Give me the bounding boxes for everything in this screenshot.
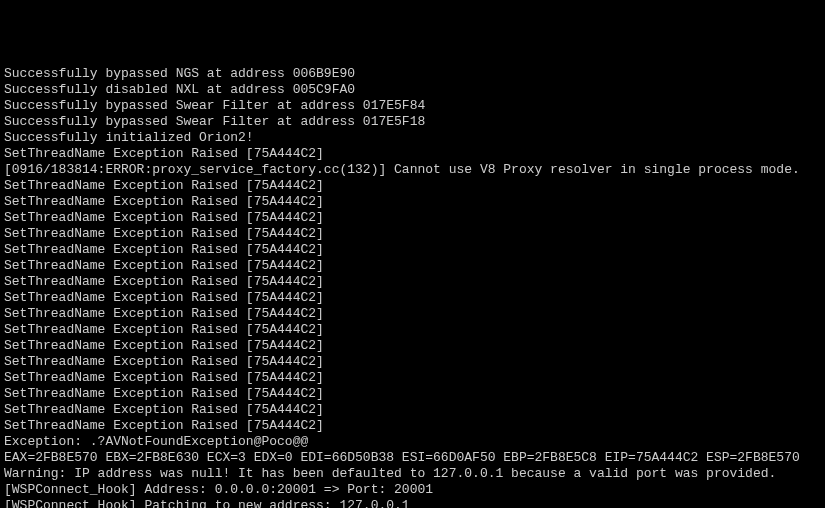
console-line: SetThreadName Exception Raised [75A444C2… [4, 386, 821, 402]
console-line: Successfully disabled NXL at address 005… [4, 82, 821, 98]
console-line: SetThreadName Exception Raised [75A444C2… [4, 146, 821, 162]
console-line: Successfully bypassed Swear Filter at ad… [4, 98, 821, 114]
console-line: Warning: IP address was null! It has bee… [4, 466, 821, 482]
console-line: SetThreadName Exception Raised [75A444C2… [4, 194, 821, 210]
console-line: SetThreadName Exception Raised [75A444C2… [4, 242, 821, 258]
console-line: SetThreadName Exception Raised [75A444C2… [4, 306, 821, 322]
console-line: SetThreadName Exception Raised [75A444C2… [4, 354, 821, 370]
console-line: Successfully bypassed NGS at address 006… [4, 66, 821, 82]
console-line: SetThreadName Exception Raised [75A444C2… [4, 290, 821, 306]
console-line: SetThreadName Exception Raised [75A444C2… [4, 274, 821, 290]
console-line: SetThreadName Exception Raised [75A444C2… [4, 402, 821, 418]
console-line: SetThreadName Exception Raised [75A444C2… [4, 258, 821, 274]
console-line: SetThreadName Exception Raised [75A444C2… [4, 210, 821, 226]
console-line: Successfully bypassed Swear Filter at ad… [4, 114, 821, 130]
console-line: SetThreadName Exception Raised [75A444C2… [4, 226, 821, 242]
console-line: [WSPConnect_Hook] Patching to new addres… [4, 498, 821, 508]
console-line: Successfully initialized Orion2! [4, 130, 821, 146]
console-line: [0916/183814:ERROR:proxy_service_factory… [4, 162, 821, 178]
console-line: SetThreadName Exception Raised [75A444C2… [4, 370, 821, 386]
console-line: EAX=2FB8E570 EBX=2FB8E630 ECX=3 EDX=0 ED… [4, 450, 821, 466]
console-line: SetThreadName Exception Raised [75A444C2… [4, 338, 821, 354]
console-line: [WSPConnect_Hook] Address: 0.0.0.0:20001… [4, 482, 821, 498]
console-line: Exception: .?AVNotFoundException@Poco@@ [4, 434, 821, 450]
console-line: SetThreadName Exception Raised [75A444C2… [4, 322, 821, 338]
console-line: SetThreadName Exception Raised [75A444C2… [4, 418, 821, 434]
console-line: SetThreadName Exception Raised [75A444C2… [4, 178, 821, 194]
console-output: Successfully bypassed NGS at address 006… [4, 66, 821, 508]
